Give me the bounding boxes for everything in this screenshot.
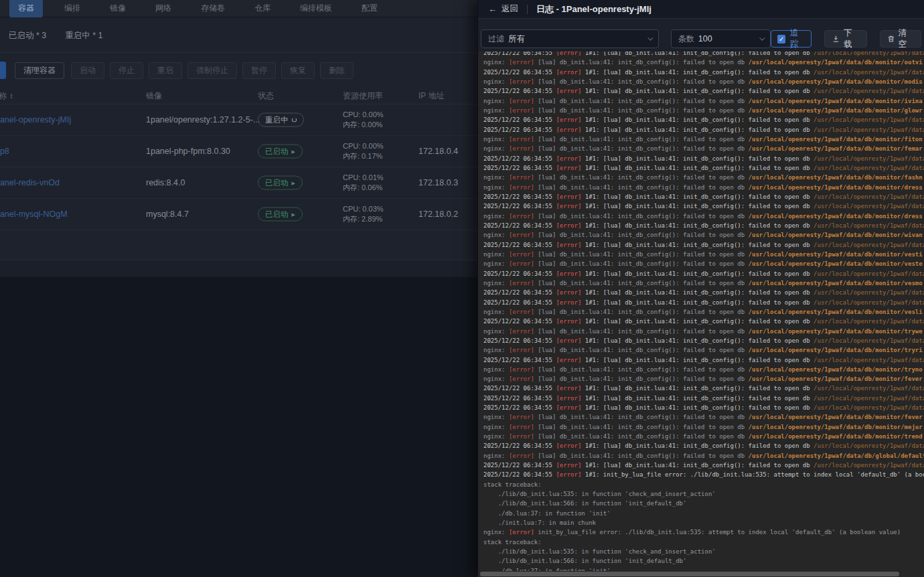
- log-segment: nginx:: [483, 529, 509, 535]
- container-name-link[interactable]: 1panel-mysql-NOgM: [0, 210, 68, 219]
- status-badge[interactable]: 已启动▶: [258, 176, 303, 190]
- log-viewer[interactable]: 2025/12/22 06:34:55 [error] 1#1: [lua] d…: [478, 52, 924, 577]
- status-count[interactable]: 重启中 * 1: [65, 30, 102, 42]
- status-cell: 重启中: [258, 113, 304, 127]
- log-segment: [error]: [509, 174, 534, 181]
- log-segment: /usr/local/openresty/1pwaf/data/db/monit…: [749, 107, 923, 114]
- play-icon: ▶: [292, 181, 295, 185]
- container-name-link[interactable]: php8: [0, 147, 9, 156]
- delete-button[interactable]: 删除: [320, 62, 354, 79]
- log-segment: 1#1: [lua] db_init.lua:41: init_db_confi…: [581, 155, 814, 162]
- log-line: 2025/12/22 06:34:55 [error] 1#1: [lua] d…: [483, 115, 924, 125]
- tab-images[interactable]: 镜像: [110, 3, 126, 14]
- log-segment: /usr/local/openresty/1pwaf/data/db/globa…: [749, 452, 924, 459]
- trash-icon: [888, 35, 895, 43]
- log-segment: 2025/12/22 06:34:55: [483, 193, 556, 200]
- checkbox-checked-icon[interactable]: ✓: [777, 35, 785, 44]
- app-root: { "left_panel": { "tabs": [ {"id":"conta…: [0, 0, 924, 577]
- log-line: nginx: [error] [lua] db_init.lua:41: ini…: [483, 250, 924, 259]
- resume-button[interactable]: 恢复: [281, 62, 315, 79]
- clear-button[interactable]: 清空: [880, 30, 921, 48]
- log-segment: [lua] db_init.lua:41: init_db_config(): …: [534, 78, 749, 85]
- tab-volumes[interactable]: 存储卷: [201, 3, 225, 14]
- container-name-link[interactable]: 1panel-openresty-jMIj: [0, 115, 71, 125]
- log-segment: [error]: [556, 357, 581, 363]
- log-segment: [error]: [556, 299, 581, 306]
- pause-button[interactable]: 暂停: [242, 62, 276, 79]
- log-segment: [error]: [556, 69, 581, 76]
- log-line: stack traceback:: [483, 480, 924, 489]
- log-segment: 1#1: [lua] db_init.lua:41: init_db_confi…: [581, 270, 814, 277]
- back-button[interactable]: ← 返回: [488, 3, 518, 15]
- log-line: 2025/12/22 06:34:55 [error] 1#1: [lua] d…: [483, 317, 924, 326]
- back-arrow-icon: ←: [488, 5, 497, 13]
- table-row: php81panel-php-fpm:8.0.30已启动▶CPU: 0.00%内…: [0, 136, 477, 167]
- batch-button-group: 启动停止重启强制停止暂停恢复删除: [71, 62, 354, 79]
- log-segment: [error]: [556, 442, 581, 449]
- log-line: stack traceback:: [483, 538, 924, 547]
- status-cell: 已启动▶: [258, 176, 303, 190]
- log-segment: nginx:: [483, 213, 509, 220]
- log-line: nginx: [error] [lua] db_init.lua:41: ini…: [483, 422, 924, 432]
- log-line: 2025/12/22 06:34:55 [error] 1#1: [lua] d…: [483, 298, 924, 307]
- status-label: 已启动: [265, 147, 289, 157]
- follow-toggle-button[interactable]: ✓ 追踪: [771, 30, 812, 48]
- stop-button[interactable]: 停止: [110, 62, 143, 79]
- log-segment: [error]: [509, 309, 534, 315]
- create-container-button[interactable]: [0, 62, 6, 79]
- log-segment: [error]: [556, 462, 581, 469]
- download-label: 下载: [844, 27, 858, 50]
- log-segment: 2025/12/22 06:34:55: [483, 222, 556, 229]
- log-segment: /usr/local/openresty/1pwaf/data/db/monit…: [814, 203, 924, 210]
- log-segment: 2025/12/22 06:34:55: [483, 242, 556, 248]
- log-segment: /usr/local/openresty/1pwaf/data/db/monit…: [814, 155, 924, 162]
- clean-container-button[interactable]: 清理容器: [15, 62, 64, 79]
- log-segment: [error]: [509, 232, 534, 238]
- log-line: nginx: [error] [lua] db_init.lua:41: ini…: [483, 327, 924, 336]
- status-badge[interactable]: 重启中: [258, 113, 304, 127]
- log-segment: 2025/12/22 06:34:55: [483, 385, 556, 392]
- log-segment: nginx:: [483, 424, 509, 430]
- log-segment: /usr/local/openresty/1pwaf/data/db/monit…: [814, 242, 924, 248]
- log-segment: [lua] db_init.lua:41: init_db_config(): …: [534, 213, 749, 220]
- sort-icon[interactable]: ▲▼: [9, 93, 13, 100]
- log-segment: 2025/12/22 06:34:55: [483, 337, 556, 344]
- log-line: 2025/12/22 06:34:55 [error] 1#1: [lua] d…: [483, 240, 924, 250]
- column-header: 状态: [258, 90, 274, 102]
- horizontal-scrollbar-thumb[interactable]: [480, 572, 899, 576]
- status-badge[interactable]: 已启动▶: [258, 145, 303, 159]
- force-stop-button[interactable]: 强制停止: [187, 62, 237, 79]
- horizontal-scrollbar[interactable]: [478, 571, 924, 577]
- tab-compose[interactable]: 编排: [64, 3, 80, 14]
- memory-usage: 内存: 0.06%: [343, 183, 384, 193]
- table-body: 1panel-openresty-jMIj1panel/openresty:1.…: [0, 104, 477, 230]
- log-segment: 1#1: [lua] db_init.lua:41: init_db_confi…: [581, 69, 814, 76]
- tail-lines-select[interactable]: 条数 100: [671, 29, 771, 48]
- container-table: 名称▲▼镜像状态资源使用率IP 地址 1panel-openresty-jMIj…: [0, 87, 477, 577]
- log-segment: [lua] db_init.lua:41: init_db_config(): …: [534, 347, 749, 353]
- log-segment: /usr/local/openresty/1pwaf/data/db/monit…: [749, 78, 923, 85]
- restart-button[interactable]: 重启: [149, 62, 182, 79]
- container-name-link[interactable]: 1panel-redis-vnOd: [0, 178, 60, 187]
- log-segment: nginx:: [483, 376, 509, 382]
- column-header: 镜像: [146, 90, 162, 102]
- download-button[interactable]: 下载: [824, 30, 866, 48]
- filter-select[interactable]: 过滤 所有: [481, 29, 659, 48]
- tab-compose-templates[interactable]: 编排模板: [300, 3, 332, 14]
- log-line: nginx: [error] [lua] db_init.lua:41: ini…: [483, 278, 924, 288]
- status-badge[interactable]: 已启动▶: [258, 208, 303, 222]
- image-name: mysql:8.4.7: [146, 210, 189, 219]
- status-count[interactable]: 已启动 * 3: [9, 30, 46, 42]
- tab-containers[interactable]: 容器: [9, 0, 43, 17]
- log-segment: [error]: [509, 213, 534, 220]
- status-cell: 已启动▶: [258, 145, 303, 159]
- container-management-page: 容器编排镜像网络存储卷仓库编排模板配置 已启动 * 3重启中 * 1 清理容器 …: [0, 0, 477, 577]
- log-segment: [lua] db_init.lua:41: init_db_config(): …: [534, 433, 749, 440]
- pagination-zone: [0, 230, 477, 260]
- tab-settings[interactable]: 配置: [362, 3, 378, 14]
- start-button[interactable]: 启动: [71, 62, 104, 79]
- tab-repositories[interactable]: 仓库: [254, 3, 271, 14]
- log-segment: 2025/12/22 06:34:55: [483, 52, 556, 56]
- tab-networks[interactable]: 网络: [155, 3, 171, 14]
- ip-address: 172.18.0.2: [418, 210, 458, 219]
